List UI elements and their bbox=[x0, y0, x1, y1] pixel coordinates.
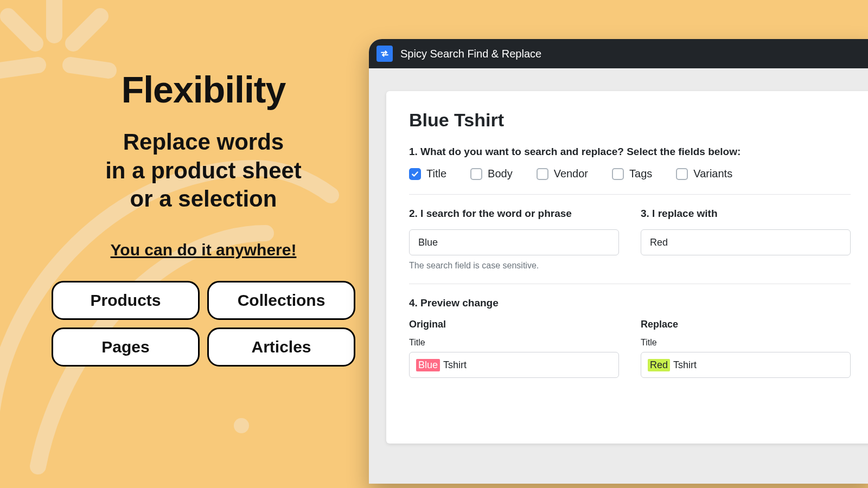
checkbox-box bbox=[409, 168, 421, 180]
tagline: You can do it anywhere! bbox=[111, 241, 297, 259]
step3-label: 3. I replace with bbox=[641, 208, 851, 220]
divider bbox=[409, 194, 851, 195]
svg-line-3 bbox=[0, 65, 38, 70]
app-window: Spicy Search Find & Replace Blue Tshirt … bbox=[369, 39, 868, 484]
highlight-replace: Red bbox=[648, 359, 670, 371]
checkbox-vendor[interactable]: Vendor bbox=[537, 168, 588, 180]
product-title: Blue Tshirt bbox=[409, 110, 851, 131]
preview-original-rest: Tshirt bbox=[443, 359, 467, 371]
preview-replace: Red Tshirt bbox=[641, 352, 851, 378]
pill-grid: Products Collections Pages Articles bbox=[52, 281, 355, 367]
pill-products: Products bbox=[52, 281, 200, 320]
field-label-title: Title bbox=[409, 338, 619, 348]
checkbox-tags[interactable]: Tags bbox=[612, 168, 652, 180]
checkbox-box bbox=[470, 168, 482, 180]
checkbox-box bbox=[537, 168, 548, 180]
original-label: Original bbox=[409, 319, 619, 330]
fields-checkrow: Title Body Vendor bbox=[409, 168, 851, 180]
bg-shape-dot bbox=[228, 412, 255, 439]
pill-collections: Collections bbox=[207, 281, 355, 320]
checkbox-box bbox=[612, 168, 624, 180]
heading: Flexibility bbox=[41, 70, 366, 109]
checkbox-title[interactable]: Title bbox=[409, 168, 446, 180]
replace-label: Replace bbox=[641, 319, 851, 330]
preview-replace-rest: Tshirt bbox=[673, 359, 697, 371]
step1-label: 1. What do you want to search and replac… bbox=[409, 146, 851, 158]
step2-label: 2. I search for the word or phrase bbox=[409, 208, 619, 220]
svg-line-2 bbox=[73, 16, 100, 43]
marketing-copy: Flexibility Replace words in a product s… bbox=[41, 70, 366, 367]
pill-articles: Articles bbox=[207, 328, 355, 367]
svg-point-5 bbox=[234, 418, 249, 433]
checkbox-box bbox=[676, 168, 688, 180]
checkbox-variants[interactable]: Variants bbox=[676, 168, 732, 180]
product-card: Blue Tshirt 1. What do you want to searc… bbox=[386, 91, 868, 444]
pill-pages: Pages bbox=[52, 328, 200, 367]
replace-input[interactable] bbox=[641, 229, 851, 255]
field-label-title: Title bbox=[641, 338, 851, 348]
subtitle: Replace words in a product sheet or a se… bbox=[41, 128, 366, 214]
checkbox-body[interactable]: Body bbox=[470, 168, 513, 180]
app-titlebar: Spicy Search Find & Replace bbox=[369, 39, 868, 68]
preview-original: Blue Tshirt bbox=[409, 352, 619, 378]
swap-icon bbox=[376, 46, 393, 62]
search-input[interactable] bbox=[409, 229, 619, 255]
divider bbox=[409, 284, 851, 284]
highlight-original: Blue bbox=[416, 359, 440, 371]
svg-line-4 bbox=[71, 65, 108, 70]
app-title: Spicy Search Find & Replace bbox=[400, 48, 541, 60]
search-hint: The search field is case sensitive. bbox=[409, 261, 619, 271]
svg-line-1 bbox=[8, 16, 35, 43]
step4-label: 4. Preview change bbox=[409, 297, 851, 309]
